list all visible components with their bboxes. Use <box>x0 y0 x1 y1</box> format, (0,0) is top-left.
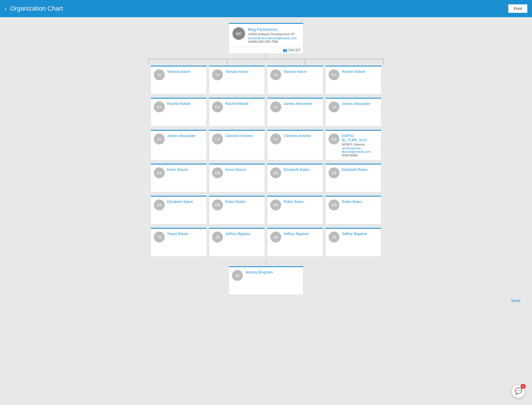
emp-card[interactable]: JBJeffrey Bigalow <box>325 228 381 257</box>
emp-card[interactable]: RBRobin Bates <box>267 196 323 224</box>
emp-email: sendmail-test-discard@oracle.com <box>342 146 378 153</box>
cards-row-3: KBKevin BaconKBKevin BaconEBElizabeth Ba… <box>149 163 383 193</box>
emp-name: EMP01 BI_TLBR_SCH <box>342 134 378 142</box>
emp-avatar: RB <box>270 199 281 210</box>
emp-name: Kevin Bacon <box>167 167 188 172</box>
emp-info: Elizabeth Baker <box>342 167 368 172</box>
app-header: ‹ Organization Chart Print <box>0 0 532 17</box>
emp-avatar: JB <box>212 232 223 242</box>
emp-card[interactable]: EBElizabeth Baker <box>151 196 207 224</box>
emp-name: Elizabeth Baker <box>167 199 193 204</box>
emp-info: Jeffrey Bigalow <box>284 232 309 236</box>
emp-name: James Alexander <box>284 101 312 106</box>
emp-card[interactable]: TBTanya Baxter <box>151 228 207 257</box>
emp-avatar: RA <box>329 69 339 80</box>
emp-avatar: RB <box>329 199 339 210</box>
emp-card[interactable]: JBJeffrey Bigalow <box>267 228 323 257</box>
emp-card[interactable]: EBElizabeth Baker <box>325 164 381 192</box>
root-card[interactable]: MF Meg Fitzimmons 10060,Software Develop… <box>229 23 303 47</box>
emp-name: Robin Bates <box>342 199 362 204</box>
emp-name: James Alexander <box>167 134 196 138</box>
emp-card[interactable]: RBRobin Bates <box>325 196 381 224</box>
emp-avatar: EB <box>329 134 339 144</box>
emp-name: Tamara Aaron <box>167 69 190 74</box>
bottom-connector <box>266 260 266 265</box>
root-phone: fsdfdfd-650-506-7896 <box>248 40 297 43</box>
emp-info: James Alexander <box>167 134 196 138</box>
emp-card[interactable]: EBEMP01 BI_TLBR_SCHWFMTL Directorsendmai… <box>325 130 381 160</box>
cards-row-5: TBTanya BaxterJBJeffrey BigalowJBJeffrey… <box>149 227 383 258</box>
emp-name: Clement Antoine <box>225 134 253 138</box>
cards-row-4: EBElizabeth BakerRBRobin BatesRBRobin Ba… <box>149 195 383 226</box>
bottom-card[interactable]: JB Jeremy Bingham <box>229 266 303 295</box>
emp-card[interactable]: JBJeffrey Bigalow <box>209 228 265 257</box>
emp-info: Clement Antoine <box>225 134 253 138</box>
emp-card[interactable]: CAClement Antoine <box>209 130 265 160</box>
emp-name: Robin Bates <box>284 199 304 204</box>
emp-card[interactable]: TATamara Aaron <box>209 66 265 94</box>
emp-avatar: JA <box>270 101 281 112</box>
emp-avatar: JB <box>270 232 281 242</box>
emp-name: Tamara Aaron <box>284 69 307 74</box>
emp-avatar: EB <box>154 199 165 210</box>
emp-info: Robin Bates <box>225 199 246 204</box>
emp-card[interactable]: KBKevin Bacon <box>151 164 207 192</box>
emp-info: Tamara Aaron <box>225 69 248 74</box>
more-link[interactable]: More <box>6 296 526 303</box>
emp-card[interactable]: EBElizabeth Baker <box>267 164 323 192</box>
root-name: Meg Fitzimmons <box>248 27 297 32</box>
chat-icon: 💬 <box>514 388 522 395</box>
emp-name: Tanya Baxter <box>167 232 189 236</box>
emp-name: Rachel Abbott <box>225 101 248 106</box>
bottom-card-name: Jeremy Bingham <box>245 270 273 274</box>
emp-name: James Alexander <box>342 101 370 106</box>
root-footer: 👥 204,327 <box>229 47 303 54</box>
back-button[interactable]: ‹ <box>5 5 7 12</box>
emp-card[interactable]: TATamara Aaron <box>267 66 323 94</box>
emp-avatar: CA <box>270 134 281 144</box>
emp-avatar: RA <box>154 101 165 112</box>
cards-grid: TATamara AaronTATamara AaronTATamara Aar… <box>149 64 383 259</box>
emp-avatar: TA <box>212 69 223 80</box>
chat-badge-count: 2 <box>521 384 526 389</box>
emp-card[interactable]: TATamara Aaron <box>151 66 207 94</box>
header-left: ‹ Organization Chart <box>5 5 63 12</box>
bottom-card-avatar: JB <box>232 270 243 281</box>
emp-info: Kevin Bacon <box>167 167 188 172</box>
cards-row-1: RARachel AbbottRARachel AbbottJAJames Al… <box>149 97 383 128</box>
report-count: 204,327 <box>288 48 301 52</box>
emp-avatar: EB <box>329 167 339 178</box>
emp-info: Robin Bates <box>342 199 362 204</box>
print-button[interactable]: Print <box>508 4 527 13</box>
root-info: Meg Fitzimmons 10060,Software Developmen… <box>248 27 297 43</box>
emp-avatar: JA <box>329 101 339 112</box>
emp-info: EMP01 BI_TLBR_SCHWFMTL Directorsendmail-… <box>342 134 378 157</box>
emp-name: Kevin Bacon <box>225 167 246 172</box>
emp-card[interactable]: RARachel Abbott <box>209 98 265 126</box>
emp-avatar: EB <box>270 167 281 178</box>
emp-card[interactable]: RARachel Abbott <box>325 66 381 94</box>
emp-name: Elizabeth Baker <box>342 167 368 172</box>
tree-connector-root <box>148 54 384 64</box>
cards-row-2: JAJames AlexanderCAClement AntoineCAClem… <box>149 129 383 161</box>
chat-button[interactable]: 💬 2 <box>511 384 525 398</box>
emp-card[interactable]: RARachel Abbott <box>151 98 207 126</box>
emp-avatar: JA <box>154 134 165 144</box>
emp-info: Clement Antoine <box>284 134 311 138</box>
emp-card[interactable]: KBKevin Bacon <box>209 164 265 192</box>
emp-name: Jeffrey Bigalow <box>342 232 367 236</box>
emp-info: Rachel Abbott <box>167 101 190 106</box>
cards-row-0: TATamara AaronTATamara AaronTATamara Aar… <box>149 64 383 95</box>
emp-name: Tamara Aaron <box>225 69 248 74</box>
emp-info: Jeffrey Bigalow <box>225 232 251 236</box>
emp-phone: 555678908 <box>342 154 378 157</box>
emp-name: Jeffrey Bigalow <box>225 232 251 236</box>
emp-card[interactable]: RBRobin Bates <box>209 196 265 224</box>
emp-name: Elizabeth Baker <box>284 167 310 172</box>
emp-card[interactable]: JAJames Alexander <box>325 98 381 126</box>
emp-info: Tamara Aaron <box>167 69 190 74</box>
emp-card[interactable]: JAJames Alexander <box>267 98 323 126</box>
emp-card[interactable]: CAClement Antoine <box>267 130 323 160</box>
emp-info: Tamara Aaron <box>284 69 307 74</box>
emp-card[interactable]: JAJames Alexander <box>151 130 207 160</box>
